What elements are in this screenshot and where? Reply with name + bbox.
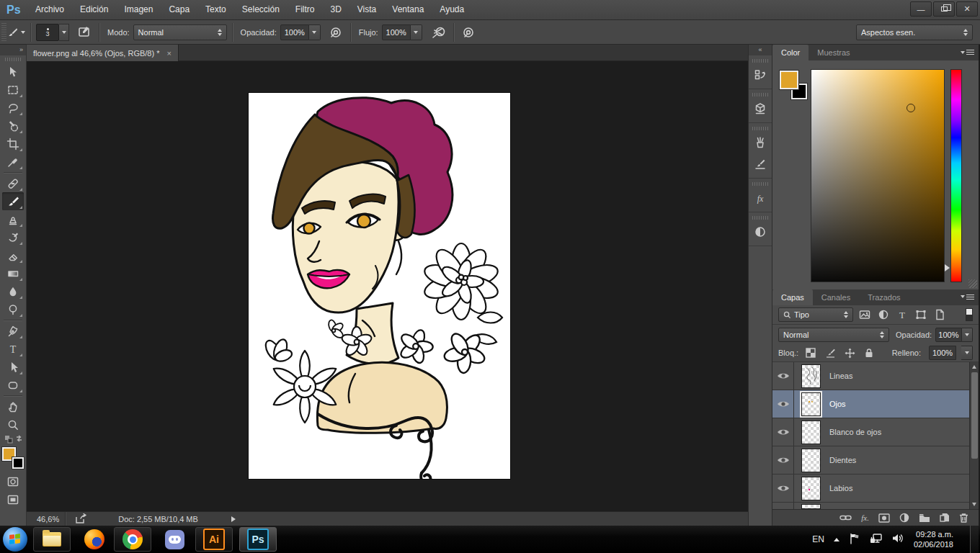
path-selection-tool[interactable]: [2, 358, 24, 376]
airbrush-toggle-icon[interactable]: [429, 24, 448, 41]
panel-menu-icon[interactable]: [961, 50, 974, 55]
eyedropper-tool[interactable]: [2, 153, 24, 171]
taskbar-discord[interactable]: [165, 527, 184, 552]
type-tool[interactable]: T: [2, 340, 24, 358]
shape-tool[interactable]: [2, 376, 24, 394]
taskbar-firefox[interactable]: [84, 527, 104, 552]
layer-filter-select[interactable]: Tipo: [778, 307, 853, 322]
spot-healing-brush-tool[interactable]: [2, 174, 24, 192]
foreground-background-swatches[interactable]: [1, 446, 24, 469]
layer-fill-dropdown[interactable]: [961, 346, 973, 360]
language-indicator[interactable]: EN: [812, 534, 824, 544]
pen-tool[interactable]: [2, 322, 24, 340]
visibility-toggle[interactable]: [772, 446, 794, 474]
minimize-button[interactable]: —: [910, 1, 932, 17]
background-color-swatch[interactable]: [12, 457, 24, 469]
layer-opacity-dropdown[interactable]: [962, 328, 973, 342]
toolbar-collapse-button[interactable]: »: [0, 45, 26, 55]
quick-mask-button[interactable]: [2, 472, 24, 490]
tab-muestras[interactable]: Muestras: [808, 45, 858, 60]
zoom-level-field[interactable]: 46,6%: [27, 512, 66, 526]
menu-filtro[interactable]: Filtro: [288, 0, 323, 19]
crop-tool[interactable]: [2, 135, 24, 153]
swap-colors-icon[interactable]: [2, 433, 24, 445]
tab-trazados[interactable]: Trazados: [859, 289, 909, 305]
panel-resize-grip[interactable]: [968, 279, 977, 288]
airbrush-pressure-icon[interactable]: [459, 24, 478, 41]
link-layers-icon[interactable]: [839, 513, 852, 522]
filter-type-layers-icon[interactable]: T: [895, 308, 909, 321]
status-options-arrow-icon[interactable]: [231, 516, 236, 522]
scroll-up-icon[interactable]: [972, 365, 976, 369]
flow-dropdown-button[interactable]: [411, 24, 422, 40]
layer-opacity-field[interactable]: 100%: [935, 328, 962, 342]
dodge-tool[interactable]: [2, 300, 24, 318]
network-icon[interactable]: [870, 533, 883, 547]
layer-row-labios[interactable]: Labios: [772, 475, 979, 503]
hue-slider-arrow[interactable]: [945, 264, 950, 271]
lock-position-icon[interactable]: [842, 346, 857, 359]
menu-archivo[interactable]: Archivo: [27, 0, 72, 19]
lasso-tool[interactable]: [2, 99, 24, 117]
brush-panel-icon[interactable]: [750, 153, 770, 175]
taskbar-clock[interactable]: 09:28 a.m. 02/06/2018: [914, 529, 953, 549]
layer-row-partial[interactable]: [772, 503, 979, 509]
pressure-opacity-icon[interactable]: [326, 24, 345, 41]
tool-preset-picker[interactable]: [6, 24, 25, 41]
filter-toggle-switch[interactable]: [966, 308, 973, 321]
menu-3d[interactable]: 3D: [322, 0, 349, 19]
styles-panel-icon[interactable]: fx: [750, 187, 770, 209]
menu-vista[interactable]: Vista: [349, 0, 384, 19]
show-hidden-icons-button[interactable]: [834, 538, 839, 541]
filter-pixel-layers-icon[interactable]: [858, 308, 872, 321]
hand-tool[interactable]: [2, 397, 24, 415]
tab-capas[interactable]: Capas: [772, 289, 813, 305]
menu-ayuda[interactable]: Ayuda: [432, 0, 472, 19]
layer-thumbnail[interactable]: [801, 421, 821, 444]
layer-list-scrollbar[interactable]: [969, 362, 979, 509]
new-layer-icon[interactable]: [940, 513, 950, 523]
close-button[interactable]: ✕: [956, 1, 978, 17]
tab-canales[interactable]: Canales: [813, 289, 859, 305]
panel-menu-icon[interactable]: [961, 295, 974, 300]
3d-panel-icon[interactable]: [750, 98, 770, 120]
taskbar-file-explorer[interactable]: [33, 527, 71, 552]
opacity-field[interactable]: 100%: [280, 24, 309, 40]
visibility-toggle[interactable]: [772, 390, 794, 418]
layer-blend-mode-select[interactable]: Normal: [778, 328, 889, 342]
menu-texto[interactable]: Texto: [197, 0, 234, 19]
brush-picker-dropdown[interactable]: [59, 24, 69, 41]
zoom-tool[interactable]: [2, 415, 24, 433]
expand-panels-button[interactable]: «: [749, 45, 772, 55]
lock-transparency-icon[interactable]: [803, 346, 818, 359]
action-center-flag-icon[interactable]: [849, 533, 860, 547]
rectangular-marquee-tool[interactable]: [2, 81, 24, 99]
menu-ventana[interactable]: Ventana: [384, 0, 432, 19]
move-tool[interactable]: [2, 63, 24, 81]
layer-fill-field[interactable]: 100%: [929, 346, 956, 360]
brush-size-preview[interactable]: 3: [36, 24, 59, 41]
layer-thumbnail[interactable]: [801, 504, 821, 509]
flow-field[interactable]: 100%: [382, 24, 411, 40]
layer-row-blanco-de-ojos[interactable]: Blanco de ojos: [772, 418, 979, 446]
visibility-toggle[interactable]: [772, 418, 794, 446]
tab-close-icon[interactable]: ×: [166, 49, 171, 58]
add-layer-mask-icon[interactable]: [878, 513, 890, 523]
color-selector-ring[interactable]: [906, 104, 915, 112]
gradient-tool[interactable]: [2, 264, 24, 282]
scrollbar-thumb[interactable]: [971, 372, 978, 459]
menu-edicion[interactable]: Edición: [72, 0, 116, 19]
speaker-icon[interactable]: [892, 533, 904, 546]
blur-tool[interactable]: [2, 282, 24, 300]
foreground-color-swatch[interactable]: [780, 71, 798, 89]
clone-stamp-tool[interactable]: [2, 210, 24, 228]
tab-color[interactable]: Color: [772, 45, 808, 60]
filter-adjustment-layers-icon[interactable]: [876, 308, 891, 321]
new-group-icon[interactable]: [919, 513, 930, 523]
filter-shape-layers-icon[interactable]: [914, 308, 928, 321]
lock-all-icon[interactable]: [862, 346, 876, 359]
adjustments-panel-icon[interactable]: [750, 221, 770, 243]
visibility-toggle[interactable]: [772, 475, 794, 502]
saturation-brightness-box[interactable]: [811, 69, 945, 282]
layer-row-lineas[interactable]: Lineas: [772, 362, 979, 390]
